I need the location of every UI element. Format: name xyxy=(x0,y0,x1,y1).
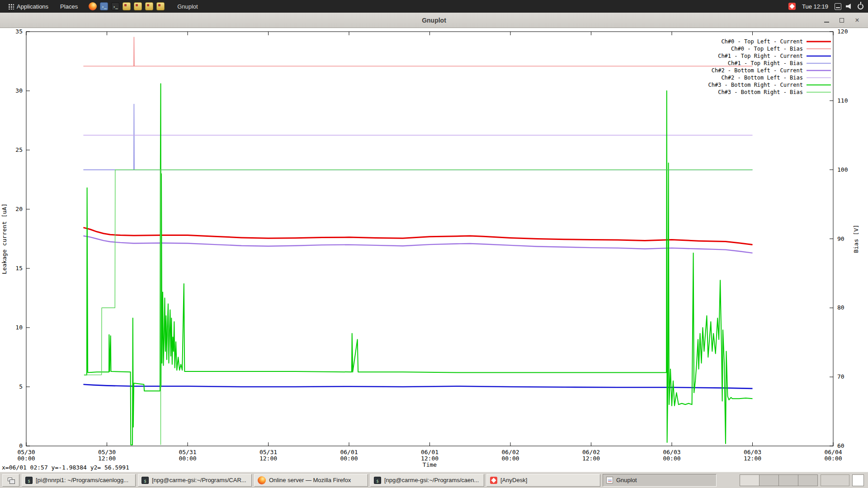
firefox-icon xyxy=(258,476,266,484)
task-button[interactable]: [AnyDesk] xyxy=(486,474,600,487)
x-tick-date-label: 06/01 xyxy=(421,449,439,455)
series-line xyxy=(83,228,752,245)
task-button-label: Gnuplot xyxy=(616,477,637,483)
y-tick-label: 10 xyxy=(15,324,23,331)
launcher-strip xyxy=(89,2,165,10)
terminal-icon xyxy=(374,477,381,484)
y-tick-label: 25 xyxy=(15,146,23,153)
task-button[interactable]: Gnuplot xyxy=(603,474,717,487)
workspace-pager xyxy=(740,474,818,486)
tray-spacer[interactable] xyxy=(821,474,849,486)
show-desktop-button[interactable] xyxy=(852,474,864,486)
task-button-label: [pi@nnrpi1: ~/Programs/caenlogg... xyxy=(36,477,128,483)
window-titlebar[interactable]: Gnuplot × xyxy=(0,13,868,28)
app-launcher-icon-4[interactable] xyxy=(156,2,165,10)
series-line xyxy=(83,104,752,170)
restore-windows-button[interactable] xyxy=(2,474,19,487)
task-button-label: [npg@carme-gsi:~/Programs/caen... xyxy=(384,477,479,483)
workspace-cell[interactable] xyxy=(740,474,760,486)
task-button-label: [AnyDesk] xyxy=(500,477,527,483)
y2-axis-title: Bias [V] xyxy=(853,225,859,253)
anydesk-icon xyxy=(490,477,497,484)
top-panel: Applications Places Gnuplot Tue 12:19 xyxy=(0,0,868,13)
windows-icon xyxy=(8,478,12,481)
x-tick-time-label: 12:00 xyxy=(259,455,277,462)
places-menu-label: Places xyxy=(60,3,78,10)
x-axis-title: Time xyxy=(423,461,437,468)
window-controls: × xyxy=(820,15,868,26)
taskbar-right xyxy=(740,474,866,486)
task-button[interactable]: [npg@carme-gsi:~/Programs/CAR... xyxy=(138,474,252,487)
file-manager-launcher-icon[interactable] xyxy=(100,2,108,10)
gnuplot-plot[interactable]: 05/3000:0005/3012:0005/3100:0005/3112:00… xyxy=(0,28,868,472)
series-line xyxy=(84,84,753,445)
panel-active-window-label: Gnuplot xyxy=(177,3,198,10)
series-line xyxy=(83,385,752,389)
task-button-label: Online server — Mozilla Firefox xyxy=(269,477,351,483)
y-tick-label: 0 xyxy=(19,442,23,449)
gnuplot-canvas: 05/3000:0005/3012:0005/3100:0005/3112:00… xyxy=(0,28,868,472)
app-launcher-icon-2[interactable] xyxy=(134,2,142,10)
taskbar: [pi@nnrpi1: ~/Programs/caenlogg... [npg@… xyxy=(0,472,868,488)
series-line xyxy=(83,37,752,66)
y-tick-label: 20 xyxy=(15,206,23,212)
task-button[interactable]: Online server — Mozilla Firefox xyxy=(254,474,368,487)
x-tick-date-label: 05/31 xyxy=(179,449,196,455)
workspace-cell[interactable] xyxy=(759,474,779,486)
applications-menu-label: Applications xyxy=(17,3,48,10)
x-tick-time-label: 12:00 xyxy=(98,455,116,462)
x-tick-date-label: 06/03 xyxy=(663,449,680,455)
power-icon[interactable] xyxy=(858,4,863,9)
x-tick-date-label: 05/30 xyxy=(17,449,35,455)
applications-menu[interactable]: Applications xyxy=(5,0,52,13)
y2-tick-label: 120 xyxy=(837,28,848,35)
task-button-label: [npg@carme-gsi:~/Programs/CAR... xyxy=(152,477,246,483)
close-icon: × xyxy=(855,17,859,24)
desktop: Applications Places Gnuplot Tue 12:19 Gn… xyxy=(0,0,868,488)
terminal-icon xyxy=(142,477,149,484)
x-tick-time-label: 00:00 xyxy=(179,455,196,462)
task-button[interactable]: [pi@nnrpi1: ~/Programs/caenlogg... xyxy=(22,474,136,487)
y2-tick-label: 100 xyxy=(837,166,848,173)
panel-active-window[interactable]: Gnuplot xyxy=(177,3,198,10)
legend-label: Ch#0 - Top Left - Bias xyxy=(731,46,803,52)
y-tick-label: 5 xyxy=(19,383,23,390)
window-title: Gnuplot xyxy=(0,17,868,24)
workspace-cell[interactable] xyxy=(798,474,818,486)
x-tick-time-label: 00:00 xyxy=(340,455,358,462)
y2-tick-label: 70 xyxy=(837,373,844,380)
x-tick-date-label: 05/31 xyxy=(259,449,277,455)
y-axis-title: Leakage current [uA] xyxy=(1,203,8,274)
legend-label: Ch#0 - Top Left - Current xyxy=(721,38,803,45)
task-button[interactable]: [npg@carme-gsi:~/Programs/caen... xyxy=(370,474,484,487)
y2-tick-label: 110 xyxy=(837,97,848,104)
coordinate-readout: x=06/01 02:57 y=-1.98384 y2= 56.5991 xyxy=(2,464,129,471)
system-tray xyxy=(788,3,796,10)
plot-border xyxy=(26,32,833,446)
places-menu[interactable]: Places xyxy=(57,0,81,13)
y-tick-label: 30 xyxy=(15,87,23,94)
app-launcher-icon-1[interactable] xyxy=(123,2,131,10)
workspace-cell[interactable] xyxy=(778,474,798,486)
x-tick-time-label: 12:00 xyxy=(582,455,600,462)
y2-tick-label: 80 xyxy=(837,304,844,311)
firefox-launcher-icon[interactable] xyxy=(89,2,97,10)
y2-tick-label: 60 xyxy=(837,442,844,449)
maximize-button[interactable] xyxy=(835,15,848,26)
terminal-launcher-icon[interactable] xyxy=(111,2,119,10)
volume-icon[interactable] xyxy=(846,4,853,9)
anydesk-tray-icon[interactable] xyxy=(788,3,796,10)
minimize-button[interactable] xyxy=(820,15,833,26)
app-launcher-icon-3[interactable] xyxy=(145,2,153,10)
x-tick-date-label: 06/02 xyxy=(501,449,519,455)
close-button[interactable]: × xyxy=(851,15,863,26)
x-tick-time-label: 00:00 xyxy=(663,455,680,462)
x-tick-date-label: 06/02 xyxy=(582,449,600,455)
input-method-icon[interactable] xyxy=(835,3,841,10)
y2-tick-label: 90 xyxy=(837,235,844,242)
x-tick-date-label: 06/03 xyxy=(744,449,761,455)
terminal-icon xyxy=(25,477,33,484)
clock[interactable]: Tue 12:19 xyxy=(800,3,830,10)
x-tick-date-label: 06/01 xyxy=(340,449,358,455)
x-tick-time-label: 00:00 xyxy=(17,455,35,462)
